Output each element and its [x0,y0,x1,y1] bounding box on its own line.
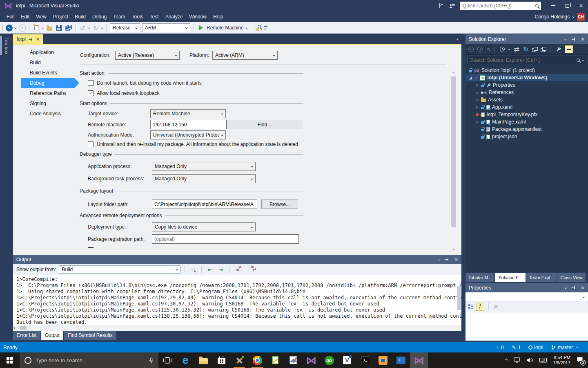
restore-button[interactable] [560,0,574,11]
next-message-icon[interactable]: ⇥ [217,265,225,274]
window-position-chevron-icon[interactable] [438,258,440,261]
visio-icon[interactable]: V [338,352,356,368]
search-icon[interactable] [535,4,539,7]
property-pages-wrench-icon[interactable] [493,304,498,310]
quickbooks-icon[interactable]: qb [320,352,338,368]
tab-iotpi[interactable]: iotpi ✕ [13,34,43,44]
minimize-button[interactable] [546,0,560,11]
menu-analyze[interactable]: Analyze [162,11,186,22]
network-icon[interactable] [514,357,520,363]
tab-output[interactable]: Output [41,331,63,340]
new-project-chevron-icon[interactable] [42,27,44,29]
tab-tabular-model[interactable]: Tabular M... [466,273,494,282]
menu-help[interactable]: Help [210,11,227,22]
save-all-icon[interactable] [65,23,72,32]
loopback-checkbox[interactable]: ✓ [88,90,94,96]
start-button[interactable] [0,352,20,368]
uninstall-checkbox[interactable] [88,141,94,147]
tree-item-package-appxmanifest[interactable]: Package.appxmanifest [466,126,588,133]
account-name[interactable]: Corojo Holdings [535,14,570,20]
tab-find-symbol-results[interactable]: Find Symbol Results [64,331,116,340]
target-device-dropdown[interactable]: Remote Machine [150,109,226,118]
find-in-files-icon[interactable] [254,23,262,32]
menu-file[interactable]: File [3,11,18,22]
edge-icon[interactable]: e [176,352,194,368]
output-horizontal-scrollbar[interactable] [13,325,461,331]
redo-icon[interactable]: ↻ [92,23,99,32]
auth-mode-dropdown[interactable]: Universal (Unencrypted Protoc [150,130,226,139]
back-icon[interactable] [468,47,474,52]
account-chevron-icon[interactable] [572,16,575,18]
clear-all-icon[interactable]: ≡✕ [234,265,242,274]
menu-project[interactable]: Project [50,11,71,22]
task-view-button[interactable] [158,352,176,368]
close-button[interactable]: ✕ [574,0,588,11]
properties-wrench-icon[interactable] [556,47,561,52]
tab-solution-explorer[interactable]: Solution E... [495,273,525,282]
menu-window[interactable]: Window [186,11,210,22]
file-explorer-icon[interactable] [194,352,212,368]
paint-icon[interactable] [284,352,302,368]
scrollbar-thumb[interactable] [451,76,456,227]
start-debugging-target[interactable]: Remote Machine [207,25,244,31]
close-panel-icon[interactable]: ✕ [581,285,585,291]
remote-machine-input[interactable] [150,120,227,129]
microsoft-store-icon[interactable] [212,352,230,368]
current-branch[interactable]: master [551,345,578,350]
search-options-chevron-icon[interactable] [581,59,584,61]
properties-object-dropdown[interactable] [466,292,588,301]
search-icon[interactable] [577,58,580,62]
expander-collapsed-icon[interactable]: ▷ [475,98,479,102]
expander-collapsed-icon[interactable]: ▷ [475,83,479,87]
account-avatar[interactable]: CH [577,13,585,21]
notifications-flag-icon[interactable] [439,3,443,9]
tree-item-mainpage-xaml[interactable]: ▷ MainPage.xaml [466,118,588,126]
preview-selected-items-icon[interactable] [565,45,573,53]
open-file-icon[interactable] [46,23,53,32]
close-panel-icon[interactable]: ✕ [454,257,458,263]
solution-platform-dropdown[interactable]: ARM [142,23,190,32]
window-position-chevron-icon[interactable] [564,38,567,40]
navigate-forward-icon[interactable] [18,23,26,32]
visual-studio-icon[interactable]: ⋈ [302,352,320,368]
menu-view[interactable]: View [33,11,50,22]
find-message-icon[interactable] [189,265,197,274]
menu-team[interactable]: Team [110,11,128,22]
pin-icon[interactable] [572,286,575,289]
tab-team-explorer[interactable]: Team Expl... [526,273,557,282]
layout-folder-input[interactable] [152,200,257,209]
microphone-icon[interactable] [149,357,154,364]
output-source-dropdown[interactable]: Build [59,265,180,274]
tree-item-project-iotpi[interactable]: ◢ ✓ C# iotpi (Universal Windows) [466,74,588,81]
scrollbar-thumb[interactable] [20,326,27,330]
pin-icon[interactable] [445,258,449,262]
tree-item-app-xaml[interactable]: ▷ App.xaml [466,103,588,111]
tree-item-assets[interactable]: ▷ Assets [466,96,588,103]
action-center-icon[interactable]: 3 [577,357,583,364]
quick-launch-input[interactable] [463,3,533,9]
send-feedback-icon[interactable] [449,3,455,9]
undo-icon[interactable]: ↺ [79,23,86,32]
package-registration-input[interactable] [152,234,299,244]
configuration-dropdown[interactable]: Active (Release) [115,51,180,60]
repository[interactable]: iotpi [529,345,543,350]
navigate-back-icon[interactable] [5,23,13,32]
powershell-icon[interactable] [392,352,410,368]
application-process-dropdown[interactable]: Managed Only [152,162,256,171]
form-scrollbar[interactable] [450,70,457,252]
toolbar-grip[interactable] [2,24,3,31]
word-wrap-icon[interactable]: ab↵ [250,265,258,274]
solution-configuration-dropdown[interactable]: Release [110,23,140,32]
categorized-icon[interactable] [468,304,473,309]
background-process-dropdown[interactable]: Managed Only [152,174,256,183]
quick-launch-search[interactable] [460,2,541,10]
volume-icon[interactable] [526,357,533,363]
tree-item-temporary-key[interactable]: iotpi_TemporaryKey.pfx [466,111,588,118]
toolbar-options-icon[interactable] [264,26,267,29]
pin-icon[interactable] [29,38,33,41]
keyboard-icon[interactable] [539,358,547,363]
forward-icon[interactable] [477,47,483,52]
home-icon[interactable]: ⌂ [486,46,490,52]
show-all-files-icon[interactable] [541,47,546,52]
pin-icon[interactable] [572,37,575,41]
